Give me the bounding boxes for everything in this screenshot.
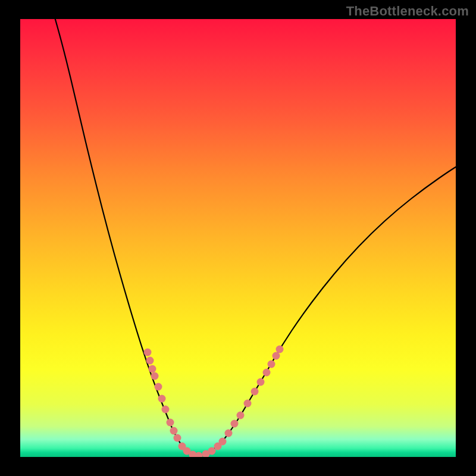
curve-marker-dot — [162, 406, 170, 414]
curve-marker-dot — [231, 420, 239, 428]
curve-marker-dot — [257, 378, 265, 386]
watermark-text: TheBottleneck.com — [346, 4, 469, 19]
curve-marker-dot — [244, 400, 252, 408]
curve-marker-dot — [237, 412, 245, 419]
plot-area — [20, 19, 456, 457]
curve-marker-dot — [144, 349, 152, 356]
curve-marker-dot — [263, 369, 271, 377]
chart-frame: TheBottleneck.com — [0, 0, 476, 476]
curve-marker-dot — [167, 419, 174, 427]
curve-marker-dot — [268, 361, 275, 368]
curve-marker-dot — [219, 438, 227, 446]
curve-marker-dot — [276, 346, 284, 353]
curve-marker-dot — [170, 427, 178, 435]
curve-marker-dot — [174, 434, 181, 442]
curve-marker-dot — [251, 388, 259, 396]
curve-marker-dot — [146, 357, 154, 365]
curve-marker-dot — [149, 365, 156, 373]
curve-marker-dot — [151, 372, 159, 380]
curve-marker-dot — [225, 430, 233, 437]
curve-marker-dot — [155, 383, 162, 391]
curve-svg — [20, 19, 456, 457]
curve-marker-group — [144, 346, 284, 458]
curve-marker-dot — [273, 352, 280, 360]
curve-marker-dot — [158, 395, 166, 403]
